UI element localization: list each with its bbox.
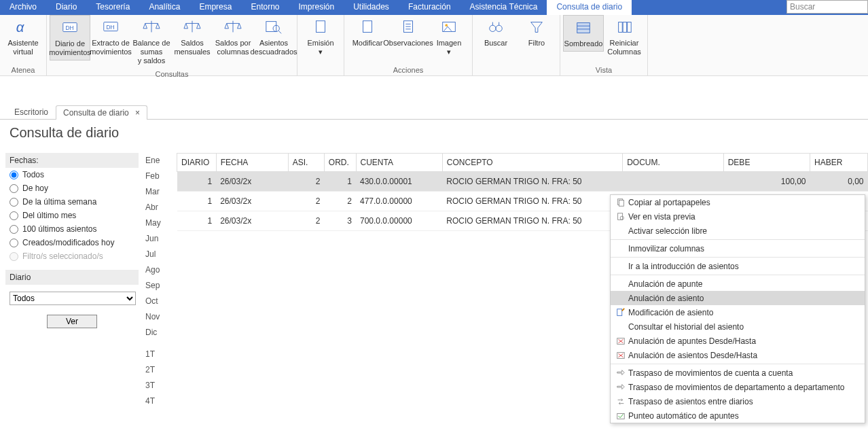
ctx-ver-en-vista-previa[interactable]: Ver en vista previa xyxy=(611,209,865,224)
month-sep[interactable]: Sep xyxy=(143,281,177,290)
cell: 2 xyxy=(288,172,324,192)
ribbon-reiniciar-columnas[interactable]: ReiniciarColumnas xyxy=(604,15,645,59)
month-ago[interactable]: Ago xyxy=(143,265,177,275)
col-cuenta[interactable]: CUENTA xyxy=(356,154,442,172)
ctx-anulaci-n-de-asientos-desde-hasta[interactable]: Anulación de asientos Desde/Hasta xyxy=(611,348,865,362)
month-4t[interactable]: 4T xyxy=(143,396,177,406)
radio--ltimos-asientos[interactable]: 100 últimos asientos xyxy=(5,222,139,236)
ribbon-asientos-descuadrados[interactable]: Asientosdescuadrados xyxy=(253,15,294,59)
menu-entorno[interactable]: Entorno xyxy=(241,0,289,15)
radio-input[interactable] xyxy=(10,225,18,234)
ribbon-emisi-n-[interactable]: Emisión▾ xyxy=(300,15,341,59)
menu-utilidades[interactable]: Utilidades xyxy=(344,0,399,15)
ctx-punteo-autom-tico-de-apuntes[interactable]: Punteo automático de apuntes xyxy=(611,408,865,423)
ctx-label: Anulación de apuntes Desde/Hasta xyxy=(628,336,756,346)
ribbon-btn-label: Asientosdescuadrados xyxy=(250,39,297,56)
menu-facturación[interactable]: Facturación xyxy=(399,0,460,15)
ribbon-saldos-mensuales[interactable]: Saldosmensuales xyxy=(172,15,213,59)
month-mar[interactable]: Mar xyxy=(143,187,177,196)
radio-de-la-ltima-semana[interactable]: De la última semana xyxy=(5,195,139,209)
menu-impresión[interactable]: Impresión xyxy=(289,0,344,15)
radio-input[interactable] xyxy=(10,171,18,179)
ribbon-buscar[interactable]: Buscar xyxy=(475,15,516,50)
ribbon-balance-de-sumas-y-saldos[interactable]: Balance de sumasy saldos xyxy=(131,15,172,69)
doc-icon xyxy=(309,18,332,37)
ctx-label: Ir a la introducción de asientos xyxy=(628,262,739,271)
cell: 3 xyxy=(324,211,356,231)
menu-tesorería[interactable]: Tesorería xyxy=(86,0,139,15)
radio-label: 100 últimos asientos xyxy=(22,224,96,234)
search-input[interactable]: Buscar xyxy=(786,0,868,14)
month-nov[interactable]: Nov xyxy=(143,312,177,321)
diario-select[interactable]: Todos xyxy=(10,292,136,305)
month-3t[interactable]: 3T xyxy=(143,381,177,390)
ribbon-saldos-por-columnas[interactable]: Saldos porcolumnas xyxy=(213,15,253,59)
month-dic[interactable]: Dic xyxy=(143,328,177,337)
col-haber[interactable]: HABER xyxy=(810,154,868,172)
ctx-consultar-el-historial-del-asiento[interactable]: Consultar el historial del asiento xyxy=(611,319,865,334)
month-abr[interactable]: Abr xyxy=(143,203,177,212)
radio-de-hoy[interactable]: De hoy xyxy=(5,181,139,195)
tab-consulta-diario[interactable]: Consulta de diario × xyxy=(56,105,147,120)
ctx-traspaso-de-movimientos-de-departamento-a-departamento[interactable]: Traspaso de movimientos de departamento … xyxy=(611,380,865,394)
ctx-inmovilizar-columnas[interactable]: Inmovilizar columnas xyxy=(611,241,865,256)
radio-input[interactable] xyxy=(10,184,18,193)
table-row[interactable]: 126/03/2x21430.0.0.00001ROCIO GERMAN TRI… xyxy=(177,172,868,192)
ctx-ir-a-la-introducci-n-de-asientos[interactable]: Ir a la introducción de asientos xyxy=(611,259,865,273)
col-diario[interactable]: DIARIO xyxy=(177,154,217,172)
ctx-traspaso-de-movimientos-de-cuenta-a-cuenta[interactable]: Traspaso de movimientos de cuenta a cuen… xyxy=(611,366,865,380)
ribbon-filtro[interactable]: Filtro xyxy=(516,15,557,50)
month-jul[interactable]: Jul xyxy=(143,249,177,259)
ribbon-group-label xyxy=(300,73,341,75)
ribbon-btn-label: Observaciones xyxy=(383,39,433,48)
ctx-anulaci-n-de-apuntes-desde-hasta[interactable]: Anulación de apuntes Desde/Hasta xyxy=(611,334,865,348)
svg-rect-11 xyxy=(266,22,276,32)
col-asi[interactable]: ASI. xyxy=(288,154,324,172)
ver-button[interactable]: Ver xyxy=(47,315,97,328)
ribbon-group: Emisión▾ xyxy=(297,15,344,75)
ctx-traspaso-de-asientos-entre-diarios[interactable]: Traspaso de asientos entre diarios xyxy=(611,394,865,408)
ctx-anulaci-n-de-apunte[interactable]: Anulación de apunte xyxy=(611,277,865,291)
month-oct[interactable]: Oct xyxy=(143,296,177,306)
close-icon[interactable]: × xyxy=(135,108,140,118)
radio-del-ltimo-mes[interactable]: Del último mes xyxy=(5,209,139,222)
ctx-copiar-al-portapapeles[interactable]: Copiar al portapapeles xyxy=(611,195,865,209)
ctx-activar-selecci-n-libre[interactable]: Activar selección libre xyxy=(611,224,865,238)
menu-consulta-de-diario[interactable]: Consulta de diario xyxy=(547,0,632,15)
ribbon-observaciones[interactable]: Observaciones xyxy=(388,15,429,50)
ledger2-icon: DH xyxy=(99,18,122,37)
col-docum[interactable]: DOCUM. xyxy=(623,154,724,172)
menu-diario[interactable]: Diario xyxy=(46,0,86,15)
cell: 700.0.0.00000 xyxy=(356,211,442,231)
radio-todos[interactable]: Todos xyxy=(5,168,139,181)
menu-asistencia-técnica[interactable]: Asistencia Técnica xyxy=(460,0,547,15)
col-ord[interactable]: ORD. xyxy=(324,154,356,172)
radio-input[interactable] xyxy=(10,198,18,207)
ribbon-diario-de-movimientos[interactable]: DHDiario demovimientos xyxy=(50,15,90,60)
radio-input[interactable] xyxy=(10,239,18,247)
month-may[interactable]: May xyxy=(143,218,177,228)
col-fecha[interactable]: FECHA xyxy=(216,154,288,172)
month-ene[interactable]: Ene xyxy=(143,156,177,165)
ribbon-extracto-de-movimientos[interactable]: DHExtracto demovimientos xyxy=(90,15,131,59)
radio-creados-modificados-hoy[interactable]: Creados/modificados hoy xyxy=(5,236,139,249)
ctx-anulaci-n-de-asiento[interactable]: Anulación de asiento xyxy=(611,291,865,305)
month-jun[interactable]: Jun xyxy=(143,234,177,243)
col-concepto[interactable]: CONCEPTO xyxy=(442,154,622,172)
month-1t[interactable]: 1T xyxy=(143,349,177,359)
month-2t[interactable]: 2T xyxy=(143,365,177,374)
ribbon-imagen-[interactable]: Imagen▾ xyxy=(429,15,469,59)
menu-archivo[interactable]: Archivo xyxy=(0,0,46,15)
col-debe[interactable]: DEBE xyxy=(723,154,810,172)
ribbon-modificar[interactable]: Modificar xyxy=(347,15,388,50)
preview-icon xyxy=(613,212,628,222)
ribbon-sombreado[interactable]: Sombreado xyxy=(563,15,604,52)
ctx-modificaci-n-de-asiento[interactable]: Modificación de asiento xyxy=(611,305,865,319)
menu-empresa[interactable]: Empresa xyxy=(189,0,241,15)
ribbon-group: BuscarFiltro xyxy=(473,15,560,75)
ribbon-asistente-virtual[interactable]: αAsistentevirtual xyxy=(3,15,43,59)
radio-input[interactable] xyxy=(10,211,18,220)
month-feb[interactable]: Feb xyxy=(143,171,177,181)
tab-escritorio[interactable]: Escritorio xyxy=(7,105,56,119)
menu-analítica[interactable]: Analítica xyxy=(139,0,189,15)
